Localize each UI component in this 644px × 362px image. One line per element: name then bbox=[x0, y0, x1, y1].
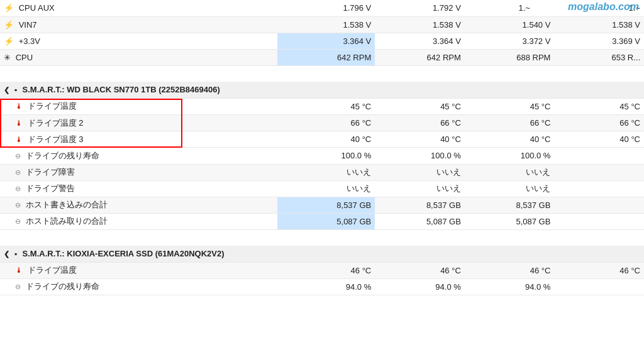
cpu-fan-name: ✳ CPU bbox=[0, 49, 277, 65]
kioxia-temp-name: 🌡 ドライブ温度 bbox=[0, 262, 277, 278]
drive-temp2-row: 🌡 ドライブ温度 2 66 °C 66 °C 66 °C 66 °C bbox=[0, 115, 644, 131]
drive-temp-group: 🌡 ドライブ温度 45 °C 45 °C 45 °C 45 °C 🌡 ドライブ温… bbox=[0, 99, 644, 148]
vin7-name: ⚡ VIN7 bbox=[0, 16, 277, 33]
thermometer-icon-2: 🌡 bbox=[15, 119, 23, 128]
drive-life-name: ⊖ ドライブの残り寿命 bbox=[0, 148, 277, 164]
v33-row: ⚡ +3.3V 3.364 V 3.364 V 3.372 V 3.369 V bbox=[0, 33, 644, 49]
v33-name: ⚡ +3.3V bbox=[0, 33, 277, 49]
host-read-v4 bbox=[554, 213, 644, 229]
kioxia-life-row: ⊖ ドライブの残り寿命 94.0 % 94.0 % 94.0 % bbox=[0, 278, 644, 295]
host-read-v2: 5,087 GB bbox=[375, 213, 465, 229]
drive-fault-name: ⊖ ドライブ障害 bbox=[0, 164, 277, 180]
kioxia-life-v3: 94.0 % bbox=[465, 278, 555, 295]
vin7-row: ⚡ VIN7 1.538 V 1.538 V 1.540 V 1.538 V bbox=[0, 16, 644, 33]
cpu-aux-name: ⚡ CPU AUX bbox=[0, 0, 277, 16]
v33-v4: 3.369 V bbox=[554, 33, 644, 49]
vin7-v3: 1.540 V bbox=[465, 16, 555, 33]
watermark-text: mogalabo.com bbox=[568, 1, 639, 13]
kioxia-temp-v4: 46 °C bbox=[554, 262, 644, 278]
vin7-v4: 1.538 V bbox=[554, 16, 644, 33]
drive-temp3-name: 🌡 ドライブ温度 3 bbox=[0, 131, 277, 148]
bolt-icon: ⚡ bbox=[4, 3, 14, 13]
fan-icon: ✳ bbox=[4, 53, 11, 62]
drive-fault-v3: いいえ bbox=[465, 164, 555, 180]
cpu-fan-row: ✳ CPU 642 RPM 642 RPM 688 RPM 653 R... bbox=[0, 49, 644, 65]
smart1-header-cell: ❮ ▪ S.M.A.R.T.: WD BLACK SN770 1TB (2252… bbox=[0, 82, 644, 98]
collapse-arrow-1[interactable]: ❮ bbox=[4, 86, 9, 94]
drive-life-v4 bbox=[554, 148, 644, 164]
drive-fault-v4 bbox=[554, 164, 644, 180]
kioxia-temp-v2: 46 °C bbox=[375, 262, 465, 278]
v33-v1: 3.364 V bbox=[277, 33, 375, 49]
host-read-name: ⊖ ホスト読み取りの合計 bbox=[0, 213, 277, 229]
drive-warning-v3: いいえ bbox=[465, 180, 555, 197]
cpu-aux-row: ⚡ CPU AUX 1.796 V 1.792 V 1.~ 1.~ bbox=[0, 0, 644, 16]
drive-life-row: ⊖ ドライブの残り寿命 100.0 % 100.0 % 100.0 % bbox=[0, 148, 644, 164]
collapse-arrow-2[interactable]: ❮ bbox=[4, 250, 9, 258]
vin7-v1: 1.538 V bbox=[277, 16, 375, 33]
kioxia-life-v1: 94.0 % bbox=[277, 278, 375, 295]
drive-temp1-v2: 45 °C bbox=[375, 99, 465, 115]
drive-fault-v1: いいえ bbox=[277, 164, 375, 180]
drive-temp3-v1: 40 °C bbox=[277, 131, 375, 148]
kioxia-temp-row: 🌡 ドライブ温度 46 °C 46 °C 46 °C 46 °C bbox=[0, 262, 644, 278]
smart2-header-cell: ❮ ▪ S.M.A.R.T.: KIOXIA-EXCERIA SSD (61MA… bbox=[0, 246, 644, 262]
drive-fault-v2: いいえ bbox=[375, 164, 465, 180]
cpu-fan-v2: 642 RPM bbox=[375, 49, 465, 65]
thermometer-icon-3: 🌡 bbox=[15, 135, 23, 144]
drive-temp2-name: 🌡 ドライブ温度 2 bbox=[0, 115, 277, 131]
thermometer-icon-4: 🌡 bbox=[15, 266, 23, 275]
cpu-fan-v1: 642 RPM bbox=[277, 49, 375, 65]
spacer-1 bbox=[0, 65, 644, 82]
drive-warning-v4 bbox=[554, 180, 644, 197]
drive-temp1-row: 🌡 ドライブ温度 45 °C 45 °C 45 °C 45 °C bbox=[0, 99, 644, 115]
kioxia-temp-v3: 46 °C bbox=[465, 262, 555, 278]
kioxia-life-v4 bbox=[554, 278, 644, 295]
drive-temp3-v2: 40 °C bbox=[375, 131, 465, 148]
circle-icon-3: ⊖ bbox=[15, 185, 21, 192]
drive-temp1-name: 🌡 ドライブ温度 bbox=[0, 99, 277, 115]
cpu-aux-v2: 1.792 V bbox=[375, 0, 465, 16]
drive-fault-row: ⊖ ドライブ障害 いいえ いいえ いいえ bbox=[0, 164, 644, 180]
bolt-icon-3: ⚡ bbox=[4, 36, 14, 46]
cpu-fan-v4: 653 R... bbox=[554, 49, 644, 65]
host-read-v3: 5,087 GB bbox=[465, 213, 555, 229]
drive-warning-row: ⊖ ドライブ警告 いいえ いいえ いいえ bbox=[0, 180, 644, 197]
drive-icon-1: ▪ bbox=[14, 85, 17, 94]
drive-temp3-v3: 40 °C bbox=[465, 131, 555, 148]
drive-warning-v2: いいえ bbox=[375, 180, 465, 197]
host-write-v4 bbox=[554, 197, 644, 213]
drive-warning-v1: いいえ bbox=[277, 180, 375, 197]
bolt-icon-2: ⚡ bbox=[4, 20, 14, 30]
host-write-v3: 8,537 GB bbox=[465, 197, 555, 213]
host-write-v1: 8,537 GB bbox=[277, 197, 375, 213]
drive-warning-name: ⊖ ドライブ警告 bbox=[0, 180, 277, 197]
drive-temp2-v2: 66 °C bbox=[375, 115, 465, 131]
circle-icon-6: ⊖ bbox=[15, 283, 21, 290]
cpu-aux-v1: 1.796 V bbox=[277, 0, 375, 16]
drive-life-v3: 100.0 % bbox=[465, 148, 555, 164]
circle-icon-1: ⊖ bbox=[15, 152, 21, 160]
circle-icon-2: ⊖ bbox=[15, 168, 21, 176]
drive-temp2-v1: 66 °C bbox=[277, 115, 375, 131]
cpu-fan-v3: 688 RPM bbox=[465, 49, 555, 65]
host-read-v1: 5,087 GB bbox=[277, 213, 375, 229]
host-write-row: ⊖ ホスト書き込みの合計 8,537 GB 8,537 GB 8,537 GB bbox=[0, 197, 644, 213]
smart2-header-row: ❮ ▪ S.M.A.R.T.: KIOXIA-EXCERIA SSD (61MA… bbox=[0, 246, 644, 262]
smart1-header-row: ❮ ▪ S.M.A.R.T.: WD BLACK SN770 1TB (2252… bbox=[0, 82, 644, 98]
drive-temp1-v3: 45 °C bbox=[465, 99, 555, 115]
drive-icon-2: ▪ bbox=[14, 250, 17, 258]
host-write-name: ⊖ ホスト書き込みの合計 bbox=[0, 197, 277, 213]
drive-temp1-v1: 45 °C bbox=[277, 99, 375, 115]
drive-temp2-v3: 66 °C bbox=[465, 115, 555, 131]
kioxia-temp-v1: 46 °C bbox=[277, 262, 375, 278]
host-read-row: ⊖ ホスト読み取りの合計 5,087 GB 5,087 GB 5,087 GB bbox=[0, 213, 644, 229]
v33-v3: 3.372 V bbox=[465, 33, 555, 49]
circle-icon-4: ⊖ bbox=[15, 201, 21, 209]
circle-icon-5: ⊖ bbox=[15, 217, 21, 225]
drive-temp3-v4: 40 °C bbox=[554, 131, 644, 148]
v33-v2: 3.364 V bbox=[375, 33, 465, 49]
vin7-v2: 1.538 V bbox=[375, 16, 465, 33]
cpu-aux-v3: 1.~ bbox=[465, 0, 555, 16]
drive-temp1-v4: 45 °C bbox=[554, 99, 644, 115]
